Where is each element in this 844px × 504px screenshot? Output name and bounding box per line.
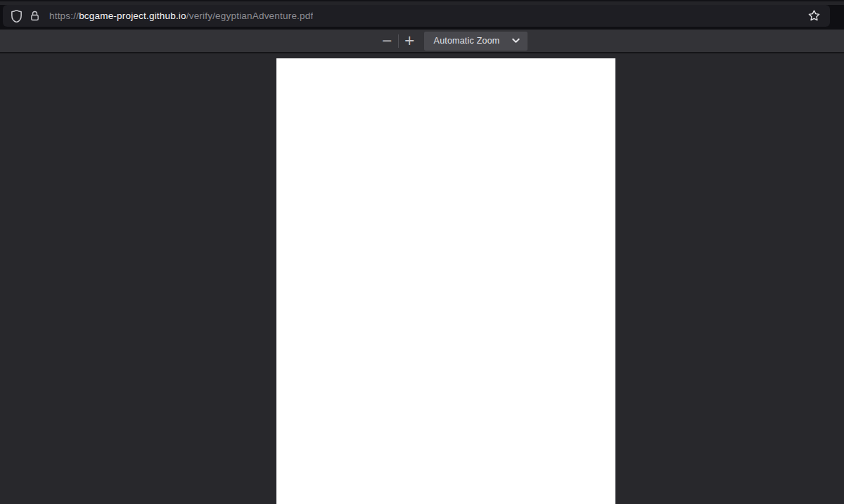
pdf-page (276, 58, 615, 504)
url-path: /verify/egyptianAdventure.pdf (186, 11, 314, 21)
url-bar[interactable]: https://bcgame-project.github.io/verify/… (3, 5, 830, 27)
pdf-toolbar: − + Automatic Zoom (0, 30, 844, 53)
zoom-level-value: Automatic Zoom (434, 36, 500, 46)
chevron-down-icon (512, 38, 520, 44)
url-scheme: https:// (49, 11, 79, 21)
zoom-in-button[interactable]: + (401, 32, 418, 50)
pdf-viewer-content (0, 53, 844, 504)
zoom-controls: − + Automatic Zoom (378, 32, 528, 51)
toolbar-divider (398, 34, 399, 48)
lock-icon[interactable] (25, 7, 44, 25)
tracking-protection-shield-icon[interactable] (7, 7, 25, 25)
bookmark-star-icon[interactable] (805, 7, 823, 25)
zoom-out-button[interactable]: − (378, 32, 396, 50)
url-domain: bcgame-project.github.io (79, 11, 186, 21)
url-text[interactable]: https://bcgame-project.github.io/verify/… (49, 11, 313, 21)
browser-chrome-bar: https://bcgame-project.github.io/verify/… (0, 0, 844, 30)
zoom-level-dropdown[interactable]: Automatic Zoom (424, 32, 528, 51)
